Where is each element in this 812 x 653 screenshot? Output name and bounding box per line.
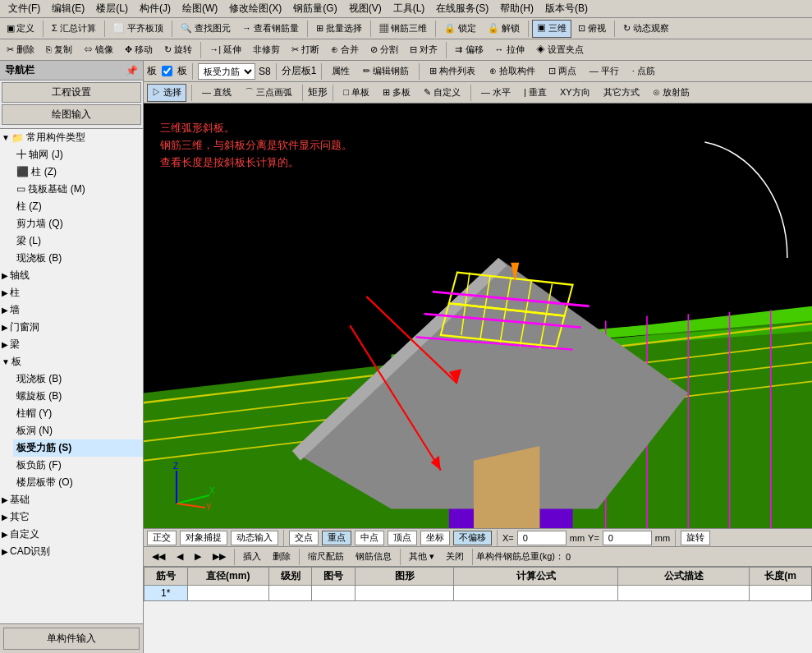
nav-raft[interactable]: ▭ 筏板基础 (M): [13, 181, 143, 198]
status-snap[interactable]: 对象捕捉: [180, 531, 227, 545]
btn-find[interactable]: 🔍 查找图元: [176, 20, 236, 38]
menu-online[interactable]: 在线服务(S): [431, 0, 493, 17]
btn-batch-select[interactable]: ⊞ 批量选择: [311, 20, 367, 38]
btn-flat-pt[interactable]: — 平行: [585, 62, 624, 80]
btn-del-row[interactable]: 删除: [268, 548, 296, 566]
btn-top-view[interactable]: ⊡ 俯视: [573, 20, 611, 38]
btn-extract-comp[interactable]: ⊕ 拾取构件: [484, 62, 540, 80]
nav-col-cap[interactable]: 柱帽 (Y): [13, 405, 143, 422]
btn-define[interactable]: ▣ 定义: [2, 20, 39, 38]
btn-other-method[interactable]: 其它方式: [599, 84, 645, 102]
btn-edit-rebar[interactable]: ✏ 编辑钢筋: [358, 62, 414, 80]
btn-view-rebar[interactable]: → 查看钢筋量: [237, 20, 304, 38]
menu-help[interactable]: 帮助(H): [495, 0, 539, 17]
status-vertex[interactable]: 顶点: [388, 531, 417, 545]
btn-xy[interactable]: XY方向: [555, 84, 595, 102]
btn-move[interactable]: ✥ 移动: [120, 41, 158, 59]
nav-slabs[interactable]: ▼ 板: [0, 353, 143, 370]
btn-vertical[interactable]: | 垂直: [519, 84, 552, 102]
btn-rotate[interactable]: ↻ 旋转: [159, 41, 197, 59]
btn-radial[interactable]: ⊙ 放射筋: [648, 84, 695, 102]
nav-shear-wall[interactable]: 剪力墙 (Q): [13, 215, 143, 232]
btn-properties[interactable]: 属性: [327, 62, 355, 80]
nav-custom[interactable]: ▶ 自定义: [0, 526, 143, 543]
status-dynamic[interactable]: 动态输入: [231, 531, 278, 545]
prop-type-select[interactable]: 板受力筋: [198, 63, 255, 80]
btn-rebar3d[interactable]: ▦ 钢筋三维: [374, 20, 432, 38]
nav-slab-neg-rebar[interactable]: 板负筋 (F): [13, 457, 143, 474]
nav-slab-hole[interactable]: 板洞 (N): [13, 422, 143, 439]
btn-close[interactable]: 关闭: [441, 548, 469, 566]
btn-3d[interactable]: ▣ 三维: [532, 20, 571, 38]
btn-next[interactable]: ▶: [190, 548, 206, 566]
btn-stretch[interactable]: ↔ 拉伸: [490, 41, 530, 59]
nav-beams[interactable]: ▶ 梁: [0, 336, 143, 353]
nav-columns[interactable]: ▶ 柱: [0, 284, 143, 301]
btn-two-pts[interactable]: ⊡ 两点: [544, 62, 581, 80]
btn-unlock[interactable]: 🔓 解锁: [483, 20, 525, 38]
btn-merge[interactable]: ⊕ 合并: [326, 41, 364, 59]
status-ortho[interactable]: 正交: [147, 531, 177, 545]
btn-project-settings[interactable]: 工程设置: [2, 82, 141, 103]
nav-column[interactable]: ⬛ 柱 (Z): [13, 163, 143, 181]
btn-set-grip[interactable]: ◈ 设置夹点: [531, 41, 589, 59]
menu-component[interactable]: 构件(J): [135, 0, 176, 17]
btn-drawing-input[interactable]: 绘图输入: [2, 104, 141, 125]
nav-walls[interactable]: ▶ 墙: [0, 301, 143, 319]
menu-rebar-qty[interactable]: 钢筋量(G): [288, 0, 342, 17]
btn-last[interactable]: ▶▶: [208, 548, 231, 566]
btn-offset[interactable]: ⇉ 偏移: [450, 41, 488, 59]
btn-extend[interactable]: →| 延伸: [204, 41, 246, 59]
btn-lock[interactable]: 🔒 锁定: [439, 20, 481, 38]
btn-first[interactable]: ◀◀: [147, 548, 170, 566]
btn-dynamic-view[interactable]: ↻ 动态观察: [618, 20, 674, 38]
menu-draw[interactable]: 绘图(W): [177, 0, 222, 17]
btn-align[interactable]: ⊟ 对齐: [405, 41, 443, 59]
menu-file[interactable]: 文件(F): [3, 0, 45, 17]
status-coord[interactable]: 坐标: [420, 531, 450, 545]
status-no-offset[interactable]: 不偏移: [453, 531, 492, 545]
menu-edit[interactable]: 编辑(E): [47, 0, 89, 17]
btn-prev[interactable]: ◀: [172, 548, 188, 566]
nav-spiral-slab[interactable]: 螺旋板 (B): [13, 388, 143, 405]
btn-select[interactable]: ▷ 选择: [147, 84, 186, 102]
btn-mirror[interactable]: ⇔ 镜像: [79, 41, 118, 59]
nav-floor-band[interactable]: 楼层板带 (O): [13, 474, 143, 491]
btn-line[interactable]: — 直线: [197, 84, 236, 102]
nav-common-components[interactable]: ▼ 📁 常用构件类型: [0, 129, 143, 146]
nav-slab-rebar[interactable]: 板受力筋 (S): [13, 439, 143, 457]
nav-beam[interactable]: 梁 (L): [13, 232, 143, 250]
btn-horizontal[interactable]: — 水平: [476, 84, 516, 102]
menu-tools[interactable]: 工具(L): [388, 0, 430, 17]
btn-calc[interactable]: Σ 汇总计算: [47, 20, 101, 38]
prop-check1[interactable]: [162, 66, 172, 76]
nav-pin-icon[interactable]: 📌: [126, 65, 138, 76]
status-rotate[interactable]: 旋转: [681, 531, 710, 545]
nav-column2[interactable]: 柱 (Z): [13, 198, 143, 215]
btn-point-pt[interactable]: · 点筋: [627, 62, 660, 80]
nav-axis[interactable]: ╋ 轴网 (J): [13, 146, 143, 163]
btn-break[interactable]: ✂ 打断: [287, 41, 324, 59]
btn-rebar-info[interactable]: 钢筋信息: [351, 548, 397, 566]
nav-cad[interactable]: ▶ CAD识别: [0, 543, 143, 560]
menu-version[interactable]: 版本号(B): [540, 0, 593, 17]
nav-other[interactable]: ▶ 其它: [0, 508, 143, 526]
nav-openings[interactable]: ▶ 门窗洞: [0, 319, 143, 336]
menu-view[interactable]: 视图(V): [344, 0, 387, 17]
menu-floor[interactable]: 楼层(L): [91, 0, 133, 17]
btn-split[interactable]: ⊘ 分割: [365, 41, 403, 59]
nav-slab[interactable]: 现浇板 (B): [13, 250, 143, 267]
btn-single-input[interactable]: 单构件输入: [3, 628, 140, 650]
btn-scale-rebar[interactable]: 缩尺配筋: [303, 548, 349, 566]
btn-no-trim[interactable]: 非修剪: [248, 41, 285, 59]
status-midpoint[interactable]: 中点: [355, 531, 384, 545]
btn-delete[interactable]: ✂ 删除: [2, 41, 39, 59]
btn-copy[interactable]: ⎘ 复制: [41, 41, 77, 59]
status-intersect[interactable]: 交点: [289, 531, 319, 545]
btn-other[interactable]: 其他 ▾: [404, 548, 439, 566]
viewport[interactable]: 三维弧形斜板。 钢筋三维，与斜板分离是软件显示问题。 查看长度是按斜板长计算的。…: [144, 103, 812, 528]
nav-axislines[interactable]: ▶ 轴线: [0, 267, 143, 284]
btn-flat-top[interactable]: ⬜ 平齐板顶: [108, 20, 168, 38]
nav-cast-slab[interactable]: 现浇板 (B): [13, 370, 143, 388]
btn-single-slab[interactable]: □ 单板: [338, 84, 374, 102]
